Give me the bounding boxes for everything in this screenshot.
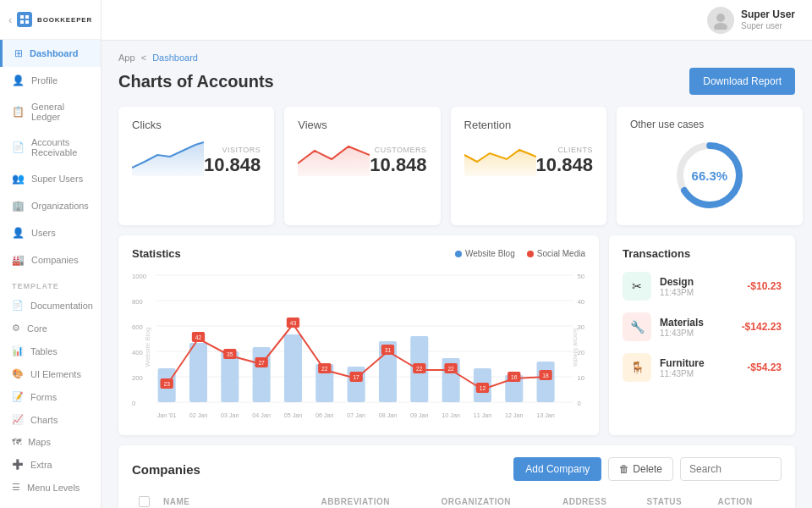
svg-text:400: 400 (132, 349, 143, 356)
forms-icon: 📝 (12, 391, 24, 402)
svg-text:40: 40 (577, 298, 584, 306)
sidebar-label-profile: Profile (31, 75, 58, 86)
col-name: NAME (156, 491, 315, 508)
sidebar-item-profile[interactable]: 👤 Profile (0, 67, 101, 94)
back-icon[interactable]: ‹ (8, 14, 12, 26)
stat-cards-row: Clicks VISITORS 10 (118, 107, 795, 225)
clicks-mini-chart (132, 138, 204, 176)
sidebar-item-core[interactable]: ⚙ Core (0, 317, 101, 340)
sidebar-item-dashboard[interactable]: ⊞ Dashboard (0, 40, 101, 67)
svg-text:03 Jan: 03 Jan (221, 411, 239, 419)
select-all-checkbox[interactable] (139, 496, 150, 507)
breadcrumb-separator: < (141, 52, 149, 63)
companies-title: Companies (132, 462, 200, 477)
furniture-time: 11:43PM (660, 369, 738, 378)
sidebar-item-ui-elements[interactable]: 🎨 UI Elements (0, 362, 101, 385)
main-area: Super User Super user App < Dashboard Ch… (102, 0, 812, 508)
materials-name: Materials (660, 317, 733, 329)
sidebar-item-companies[interactable]: 🏭 Companies (0, 246, 101, 273)
sidebar-label-companies: Companies (31, 255, 79, 265)
sidebar-label-documentation: Documentation (30, 301, 93, 311)
sidebar-item-forms[interactable]: 📝 Forms (0, 385, 101, 408)
user-name: Super User (741, 8, 795, 20)
materials-transaction-icon: 🔧 (623, 312, 651, 341)
sidebar-item-menu-levels[interactable]: ☰ Menu Levels (0, 476, 101, 499)
design-info: Design 11:43PM (660, 276, 738, 297)
sidebar-item-documentation[interactable]: 📄 Documentation (0, 294, 101, 317)
chart-legend: Website Blog Social Media (455, 249, 585, 258)
breadcrumb-current: Dashboard (152, 52, 198, 63)
add-company-button[interactable]: Add Company (513, 457, 601, 481)
charts-icon: 📈 (12, 414, 24, 425)
retention-title: Retention (464, 119, 593, 131)
statistics-title: Statistics (132, 247, 181, 260)
design-time: 11:43PM (660, 288, 738, 297)
sidebar-label-core: Core (27, 323, 47, 334)
sidebar-item-accounts-receivable[interactable]: 📄 Accounts Receivable (0, 130, 101, 165)
companies-search-input[interactable] (680, 457, 782, 481)
companies-icon: 🏭 (12, 254, 25, 266)
companies-header: Companies Add Company 🗑 Delete (132, 457, 782, 481)
content-area: App < Dashboard Charts of Accounts Downl… (102, 41, 812, 508)
sidebar-item-maps[interactable]: 🗺 Maps (0, 431, 101, 453)
breadcrumb: App < Dashboard (118, 52, 795, 63)
col-organization: ORGANIZATION (434, 491, 555, 508)
super-users-icon: 👥 (12, 173, 25, 185)
app-name: BOOKKEEPER (37, 16, 92, 24)
svg-text:16: 16 (511, 374, 518, 380)
sidebar-label-accounts-receivable: Accounts Receivable (31, 137, 89, 157)
sidebar-item-users[interactable]: 👤 Users (0, 219, 101, 246)
svg-text:200: 200 (132, 374, 143, 382)
svg-text:17: 17 (353, 374, 359, 380)
col-action: ACTION (710, 491, 782, 508)
stat-card-clicks: Clicks VISITORS 10 (118, 107, 274, 225)
sidebar-label-extra: Extra (30, 460, 52, 470)
sidebar-label-menu-levels: Menu Levels (27, 483, 80, 493)
companies-table: NAME ABBREVIATION ORGANIZATION ADDRESS S… (132, 491, 782, 508)
retention-mini-chart (464, 138, 536, 176)
documentation-icon: 📄 (12, 300, 24, 311)
companies-section: Companies Add Company 🗑 Delete (118, 445, 795, 508)
sidebar-label-ui-elements: UI Elements (30, 369, 81, 379)
materials-amount: -$142.23 (742, 321, 782, 333)
topbar: Super User Super user (102, 0, 812, 41)
sidebar-item-extra[interactable]: ➕ Extra (0, 453, 101, 476)
help-section-label: HELP (0, 499, 101, 508)
maps-icon: 🗺 (12, 437, 21, 447)
svg-rect-30 (284, 334, 302, 402)
furniture-info: Furniture 11:43PM (660, 357, 738, 378)
sidebar-logo[interactable]: ‹ BOOKKEEPER (0, 0, 101, 40)
furniture-name: Furniture (660, 357, 738, 369)
sidebar-item-general-ledger[interactable]: 📋 General Ledger (0, 94, 101, 130)
clicks-value: 10.848 (204, 154, 261, 176)
users-icon: 👤 (12, 227, 25, 239)
svg-text:06 Jan: 06 Jan (315, 411, 334, 419)
materials-info: Materials 11:43PM (660, 317, 733, 338)
svg-text:50: 50 (577, 273, 584, 280)
sidebar-label-tables: Tables (30, 346, 58, 356)
svg-text:11 Jan: 11 Jan (474, 411, 492, 419)
sidebar-item-super-users[interactable]: 👥 Super Users (0, 165, 101, 192)
svg-text:800: 800 (132, 298, 143, 306)
other-use-cases-card: Other use cases 66.3% (617, 107, 803, 225)
tables-icon: 📊 (12, 345, 24, 356)
views-value-block: CUSTOMERS 10.848 (370, 146, 426, 176)
sidebar-item-tables[interactable]: 📊 Tables (0, 340, 101, 362)
trash-icon: 🗑 (619, 463, 629, 475)
col-address: ADDRESS (556, 491, 640, 508)
svg-text:07 Jan: 07 Jan (347, 411, 365, 419)
col-abbreviation: ABBREVIATION (315, 491, 435, 508)
retention-value: 10.848 (536, 154, 593, 176)
legend-website-blog: Website Blog (455, 249, 515, 258)
page-title-row: Charts of Accounts Download Report (118, 68, 795, 95)
clicks-label: VISITORS (204, 146, 261, 154)
download-report-button[interactable]: Download Report (689, 68, 795, 95)
sidebar-item-charts[interactable]: 📈 Charts (0, 408, 101, 431)
svg-text:23: 23 (163, 381, 170, 387)
sidebar-item-organizations[interactable]: 🏢 Organizations (0, 192, 101, 219)
delete-button[interactable]: 🗑 Delete (608, 457, 673, 481)
sidebar-label-charts: Charts (30, 415, 58, 425)
legend-dot-website (455, 251, 462, 257)
design-transaction-icon: ✂ (623, 272, 651, 301)
page-title: Charts of Accounts (118, 72, 274, 91)
